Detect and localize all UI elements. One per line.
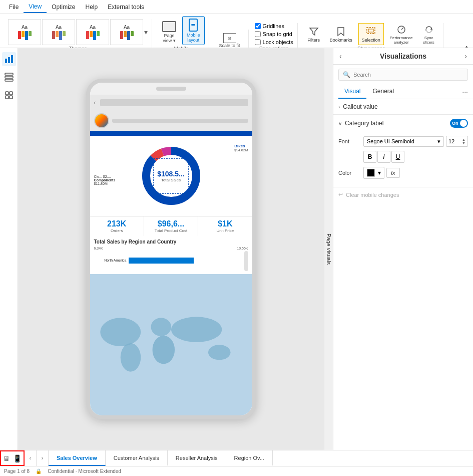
- theme-1[interactable]: Aa: [8, 19, 41, 45]
- font-family-select[interactable]: Segoe UI Semibold ▾: [363, 136, 444, 147]
- ribbon-show-panes-section: Filters Bookmarks Selection: [300, 23, 443, 52]
- svg-rect-14: [10, 96, 13, 99]
- sync-slicers-button[interactable]: Sync slicers: [419, 22, 439, 47]
- search-icon: 🔍: [343, 71, 350, 78]
- main-wrapper: ‹: [0, 48, 473, 476]
- underline-button[interactable]: U: [391, 151, 404, 163]
- gridlines-checkbox-row[interactable]: Gridlines: [255, 22, 293, 30]
- scale-to-fit-button[interactable]: ⊡ Scale to fit: [215, 31, 244, 50]
- callout-chevron-icon: ›: [338, 104, 340, 110]
- toggle-knob: [460, 120, 467, 127]
- svg-rect-5: [5, 59, 7, 63]
- view-mode-icons: 🖥 📱: [0, 450, 25, 466]
- mobile-layout-button[interactable]: Mobile layout: [182, 16, 205, 45]
- gridlines-checkbox[interactable]: [255, 23, 261, 29]
- filter-icon: [308, 26, 320, 38]
- selection-button[interactable]: Selection: [358, 23, 384, 45]
- color-picker[interactable]: ▾: [363, 167, 384, 179]
- donut-sublabel: Total Sales: [157, 178, 185, 182]
- tab-sales-overview[interactable]: Sales Overview: [49, 450, 106, 466]
- theme-4[interactable]: Aa: [110, 19, 143, 45]
- color-label: Color: [338, 170, 363, 176]
- bold-button[interactable]: B: [363, 151, 376, 163]
- svg-rect-11: [6, 92, 9, 95]
- bar-chart-title: Total Sales by Region and Country: [94, 239, 248, 245]
- svg-point-23: [100, 318, 141, 346]
- desktop-view-icon[interactable]: 🖥: [3, 454, 10, 462]
- fx-button[interactable]: fx: [386, 168, 400, 178]
- menu-help[interactable]: Help: [80, 2, 103, 13]
- tab-region-overview[interactable]: Region Ov...: [226, 450, 273, 466]
- bookmarks-button[interactable]: Bookmarks: [327, 24, 355, 45]
- menu-bar: File View Optimize Help External tools: [0, 0, 473, 14]
- confidential-label: Confidential · Microsoft Extended: [48, 468, 121, 474]
- ribbon: Aa Aa: [0, 14, 473, 48]
- svg-rect-2: [367, 28, 375, 34]
- snap-to-grid-checkbox-row[interactable]: Snap to grid: [255, 30, 293, 38]
- phone-brand-header: [90, 111, 252, 131]
- tab-general[interactable]: General: [366, 85, 400, 99]
- snap-to-grid-label: Snap to grid: [263, 31, 292, 37]
- phone-content: ‹: [90, 95, 252, 415]
- callout-value-section: › Callout value: [333, 99, 473, 115]
- page-visuals-tab[interactable]: Page visuals: [324, 48, 333, 450]
- page-nav-prev[interactable]: ‹: [25, 450, 37, 466]
- callout-value-header[interactable]: › Callout value: [333, 99, 473, 114]
- color-row: Color ▾ fx: [338, 167, 468, 179]
- color-swatch: [367, 169, 375, 177]
- svg-rect-7: [11, 55, 13, 63]
- sidebar-visualizations-icon[interactable]: [2, 52, 16, 66]
- font-size-input[interactable]: 12 ▲▼: [446, 136, 468, 147]
- bar-fill: [129, 258, 194, 264]
- lock-objects-checkbox-row[interactable]: Lock objects: [255, 38, 293, 46]
- tab-customer-analysis[interactable]: Customer Analysis: [106, 450, 168, 466]
- sidebar-data-icon[interactable]: [2, 70, 16, 84]
- menu-external-tools[interactable]: External tools: [103, 2, 149, 13]
- menu-file[interactable]: File: [4, 2, 24, 13]
- performance-analyzer-button[interactable]: Performance analyzer: [387, 22, 416, 47]
- tab-reseller-analysis[interactable]: Reseller Analysis: [168, 450, 226, 466]
- category-label-header[interactable]: ∨ Category label On: [333, 115, 473, 132]
- filters-button[interactable]: Filters: [304, 24, 324, 45]
- themes-dropdown[interactable]: ▾: [144, 28, 148, 36]
- category-label-toggle[interactable]: On: [450, 119, 468, 128]
- sync-icon: [423, 24, 435, 36]
- phone-back-button[interactable]: ‹: [94, 99, 96, 106]
- menu-view[interactable]: View: [24, 1, 47, 13]
- callout-value-title: Callout value: [343, 103, 468, 110]
- lock-objects-checkbox[interactable]: [255, 39, 261, 45]
- page-view-button[interactable]: Page view ▾: [158, 19, 180, 45]
- panel-forward-chevron[interactable]: ›: [464, 52, 467, 60]
- svg-rect-9: [5, 76, 13, 78]
- phone-header: ‹: [90, 95, 252, 111]
- panel-back-chevron[interactable]: ‹: [339, 52, 342, 60]
- bar-label: North America: [94, 259, 127, 262]
- tab-more-options[interactable]: ···: [462, 88, 468, 96]
- content-row: ‹: [0, 48, 473, 450]
- search-box[interactable]: 🔍: [338, 69, 468, 81]
- kpi-unit-price: $1K Unit Price: [198, 216, 252, 236]
- snap-to-grid-checkbox[interactable]: [255, 31, 261, 37]
- search-input[interactable]: [353, 72, 463, 78]
- theme-2[interactable]: Aa: [42, 19, 75, 45]
- font-row: Font Segoe UI Semibold ▾ 12 ▲▼: [338, 136, 468, 147]
- kpi-price-label: Unit Price: [200, 228, 250, 233]
- bar-row-north-america: North America: [94, 251, 248, 271]
- sidebar-format-icon[interactable]: [2, 88, 16, 102]
- clear-mobile-changes-row: ↩ Clear mobile changes: [333, 187, 473, 202]
- category-label-title: Category label: [345, 120, 447, 127]
- bookmark-icon: [335, 26, 347, 38]
- svg-rect-12: [10, 92, 13, 95]
- page-nav-next[interactable]: ›: [37, 450, 49, 466]
- tab-visual[interactable]: Visual: [338, 85, 366, 99]
- menu-optimize[interactable]: Optimize: [47, 2, 80, 13]
- phone-title-bar: [100, 99, 248, 106]
- kpi-orders: 213K Orders: [90, 216, 144, 236]
- font-size-spinner-icon: ▲▼: [462, 138, 465, 145]
- svg-point-24: [120, 343, 141, 372]
- svg-rect-3: [368, 29, 373, 32]
- category-label-content: Font Segoe UI Semibold ▾ 12 ▲▼: [333, 132, 473, 187]
- theme-3[interactable]: Aa: [76, 19, 109, 45]
- italic-button[interactable]: I: [377, 151, 390, 163]
- mobile-view-icon[interactable]: 📱: [13, 454, 22, 462]
